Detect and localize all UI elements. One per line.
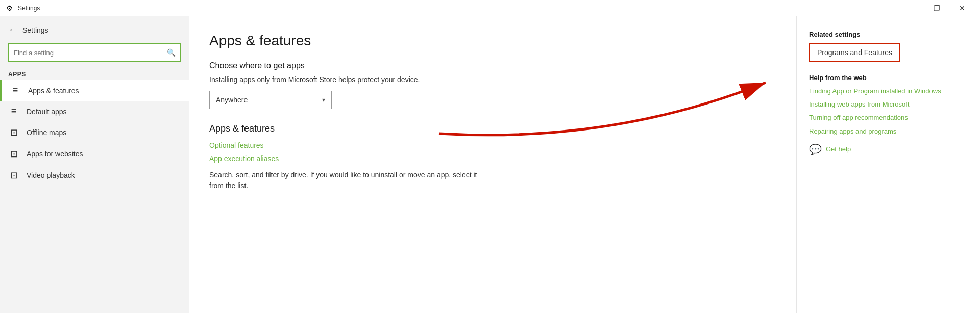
back-label: Settings — [22, 26, 48, 34]
get-help-action[interactable]: 💬 Get help — [809, 143, 968, 155]
default-apps-icon: ≡ — [8, 106, 19, 117]
app-execution-aliases-link[interactable]: App execution aliases — [209, 154, 776, 163]
related-settings-label: Related settings — [809, 31, 968, 38]
sidebar-item-label: Apps & features — [28, 87, 79, 95]
content-area: Apps & features Choose where to get apps… — [189, 16, 796, 313]
sidebar-item-apps-for-websites[interactable]: ⊡ Apps for websites — [0, 143, 189, 165]
title-bar: ⚙ Settings — ❐ ✕ — [0, 0, 980, 16]
chevron-down-icon: ▾ — [322, 96, 325, 103]
title-bar-controls: — ❐ ✕ — [899, 0, 974, 16]
back-button[interactable]: ← Settings — [0, 21, 189, 38]
right-panel: Related settings Programs and Features H… — [796, 16, 980, 313]
video-playback-icon: ⊡ — [8, 170, 19, 181]
title-bar-left: ⚙ Settings — [6, 4, 40, 12]
sidebar-item-offline-maps[interactable]: ⊡ Offline maps — [0, 122, 189, 143]
help-from-web-label: Help from the web — [809, 74, 968, 82]
search-container: 🔍 — [8, 43, 181, 62]
settings-icon: ⚙ — [6, 4, 13, 12]
programs-features-link[interactable]: Programs and Features — [809, 43, 900, 62]
sidebar-item-label: Apps for websites — [27, 150, 83, 158]
close-button[interactable]: ✕ — [950, 0, 974, 16]
sidebar: ← Settings 🔍 Apps ≡ Apps & features ≡ De… — [0, 16, 189, 313]
minimize-button[interactable]: — — [899, 0, 923, 16]
sidebar-item-label: Default apps — [27, 108, 67, 116]
sidebar-item-apps-features[interactable]: ≡ Apps & features — [0, 80, 189, 101]
back-arrow-icon: ← — [8, 24, 17, 35]
get-help-label: Get help — [826, 145, 851, 153]
content-right-wrapper: Apps & features Choose where to get apps… — [189, 16, 980, 313]
offline-maps-icon: ⊡ — [8, 127, 19, 138]
apps-for-websites-icon: ⊡ — [8, 148, 19, 160]
main-layout: ← Settings 🔍 Apps ≡ Apps & features ≡ De… — [0, 16, 980, 313]
get-help-icon: 💬 — [809, 143, 822, 155]
help-link-1[interactable]: Installing web apps from Microsoft — [809, 100, 968, 109]
sidebar-item-label: Video playback — [27, 171, 75, 179]
apps-features-subtitle: Apps & features — [209, 123, 776, 134]
search-input[interactable] — [8, 43, 181, 62]
sidebar-item-video-playback[interactable]: ⊡ Video playback — [0, 165, 189, 186]
sidebar-item-label: Offline maps — [27, 128, 66, 137]
choose-description: Installing apps only from Microsoft Stor… — [209, 75, 776, 84]
dropdown-value: Anywhere — [216, 96, 248, 104]
title-bar-title: Settings — [18, 5, 40, 12]
apps-source-dropdown[interactable]: Anywhere ▾ — [209, 91, 332, 109]
optional-features-link[interactable]: Optional features — [209, 141, 776, 149]
sidebar-item-default-apps[interactable]: ≡ Default apps — [0, 101, 189, 122]
search-icon: 🔍 — [167, 48, 176, 57]
apps-features-icon: ≡ — [10, 85, 21, 96]
help-link-0[interactable]: Finding App or Program installed in Wind… — [809, 87, 968, 96]
page-title: Apps & features — [209, 33, 776, 49]
help-link-3[interactable]: Repairing apps and programs — [809, 127, 968, 136]
sidebar-section-label: Apps — [0, 67, 189, 80]
help-link-2[interactable]: Turning off app recommendations — [809, 113, 968, 122]
choose-heading: Choose where to get apps — [209, 61, 776, 70]
maximize-button[interactable]: ❐ — [925, 0, 948, 16]
search-description: Search, sort, and filter by drive. If yo… — [209, 170, 490, 191]
